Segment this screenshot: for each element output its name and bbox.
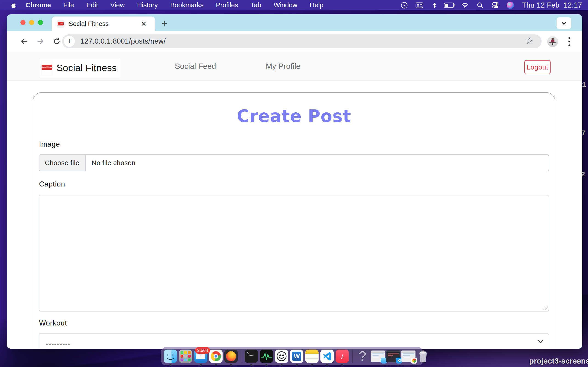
bluetooth-icon[interactable] — [429, 0, 441, 10]
dock-divider — [352, 350, 353, 363]
url-bar[interactable]: i 127.0.0.1:8001/posts/new/ ☆ — [62, 34, 542, 48]
bookmark-star-icon[interactable]: ☆ — [525, 35, 533, 46]
dock-word-icon[interactable]: W — [290, 350, 303, 363]
screen-mirroring-icon[interactable] — [398, 0, 410, 10]
dock-notes-icon[interactable] — [305, 350, 319, 363]
dock-vscode-icon[interactable] — [320, 350, 334, 363]
dock-activity-monitor-icon[interactable] — [260, 350, 273, 363]
battery-icon[interactable] — [444, 0, 456, 10]
dock-chrome-icon[interactable] — [209, 350, 223, 363]
menubar-item-help[interactable]: Help — [304, 0, 330, 10]
desktop: 1 7 2 project3-screenshots Chrome File E… — [0, 0, 588, 367]
menubar-clock[interactable]: Thu 12 Feb12:17 — [522, 1, 582, 9]
spotlight-search-icon[interactable] — [474, 0, 486, 10]
dock-launchpad-icon[interactable] — [179, 350, 192, 363]
browser-menu-icon[interactable] — [565, 35, 574, 48]
tab-search-button[interactable] — [556, 17, 571, 29]
menubar-item-bookmarks[interactable]: Bookmarks — [164, 0, 210, 10]
nav-my-profile[interactable]: My Profile — [266, 62, 300, 71]
menubar-app-name[interactable]: Chrome — [18, 0, 57, 10]
dock: 2,564 >_ — [161, 347, 423, 365]
chrome-window: Social Fitness Social Fitness ✕ + i 127.… — [7, 14, 582, 349]
tab-social-fitness[interactable]: Social Fitness Social Fitness ✕ — [52, 17, 155, 31]
menubar-item-history[interactable]: History — [131, 0, 164, 10]
forward-button[interactable] — [36, 37, 45, 46]
brand-name: Social Fitness — [57, 63, 117, 73]
image-file-input[interactable]: Choose file No file chosen — [39, 154, 549, 171]
page-title: Create Post — [33, 106, 555, 126]
brand-home-link[interactable]: Social Fitness Social Fitness — [40, 58, 120, 78]
new-tab-button[interactable]: + — [158, 17, 171, 30]
tab-title: Social Fitness — [69, 20, 109, 27]
keyboard-shortcuts-icon[interactable] — [414, 0, 425, 10]
url-text: 127.0.0.1:8001/posts/new/ — [80, 37, 166, 45]
clock-time: 12:17 — [564, 1, 582, 9]
chevron-down-icon — [536, 338, 544, 346]
workout-select[interactable]: --------- — [39, 333, 549, 349]
siri-icon[interactable] — [504, 0, 516, 10]
dock-music-icon[interactable]: ♪ — [336, 350, 349, 363]
tab-favicon-icon: Social Fitness — [57, 20, 65, 28]
desktop-icon-label-fragment: 1 — [582, 81, 586, 89]
dock-divider — [241, 350, 242, 363]
control-center-icon[interactable] — [489, 0, 501, 10]
image-label: Image — [39, 140, 60, 148]
logout-button[interactable]: Logout — [524, 60, 551, 74]
dock-terminal-icon[interactable]: >_ — [245, 350, 258, 363]
textarea-resize-handle[interactable] — [543, 305, 548, 310]
file-status-text: No file chosen — [92, 159, 136, 167]
tab-strip: Social Fitness Social Fitness ✕ + — [7, 14, 582, 31]
site-info-icon[interactable]: i — [64, 36, 75, 47]
browser-toolbar: i 127.0.0.1:8001/posts/new/ ☆ — [7, 31, 582, 52]
desktop-folder-project3-screenshots[interactable]: project3-screenshots — [529, 357, 588, 365]
window-close-button[interactable] — [20, 20, 26, 25]
page-content: Social Fitness Social Fitness Social Fee… — [7, 52, 582, 349]
tab-close-icon[interactable]: ✕ — [141, 20, 147, 28]
dock-firefox-icon[interactable] — [225, 350, 238, 363]
mail-unread-badge: 2,564 — [195, 347, 210, 354]
menubar-item-view[interactable]: View — [104, 0, 131, 10]
reload-button[interactable] — [52, 37, 61, 46]
workout-label: Workout — [39, 319, 67, 327]
dock-smiley-app-icon[interactable] — [275, 350, 288, 363]
clock-date: Thu 12 Feb — [522, 1, 560, 9]
caption-label: Caption — [39, 180, 65, 188]
menubar-item-tab[interactable]: Tab — [244, 0, 268, 10]
apple-menu-icon[interactable] — [9, 1, 18, 9]
dock-minimized-vscode-window[interactable] — [386, 350, 399, 363]
caption-textarea[interactable] — [39, 195, 549, 311]
back-button[interactable] — [20, 37, 28, 46]
dock-minimized-chrome-window[interactable] — [401, 350, 415, 363]
dock-mail-icon[interactable]: 2,564 — [194, 350, 208, 363]
window-zoom-button[interactable] — [38, 20, 43, 25]
menubar-item-window[interactable]: Window — [267, 0, 303, 10]
nav-social-feed[interactable]: Social Feed — [175, 62, 216, 71]
workout-selected-value: --------- — [46, 340, 71, 348]
menubar-item-file[interactable]: File — [57, 0, 80, 10]
menubar-item-edit[interactable]: Edit — [80, 0, 104, 10]
choose-file-button[interactable]: Choose file — [39, 155, 86, 171]
menubar-status-area: Thu 12 Feb12:17 — [398, 0, 588, 10]
profile-avatar[interactable] — [547, 36, 558, 47]
dock-missing-app-icon[interactable]: ? — [356, 350, 369, 363]
dock-minimized-finder-window[interactable] — [371, 350, 384, 363]
menubar-item-profiles[interactable]: Profiles — [210, 0, 244, 10]
macos-menubar: Chrome File Edit View History Bookmarks … — [0, 0, 588, 10]
site-logo-icon: Social Fitness — [41, 60, 53, 76]
dock-finder-icon[interactable] — [164, 350, 177, 363]
window-minimize-button[interactable] — [29, 20, 34, 25]
site-header: Social Fitness Social Fitness Social Fee… — [7, 52, 582, 81]
dock-trash-icon[interactable] — [416, 350, 430, 363]
wifi-icon[interactable] — [459, 0, 471, 10]
